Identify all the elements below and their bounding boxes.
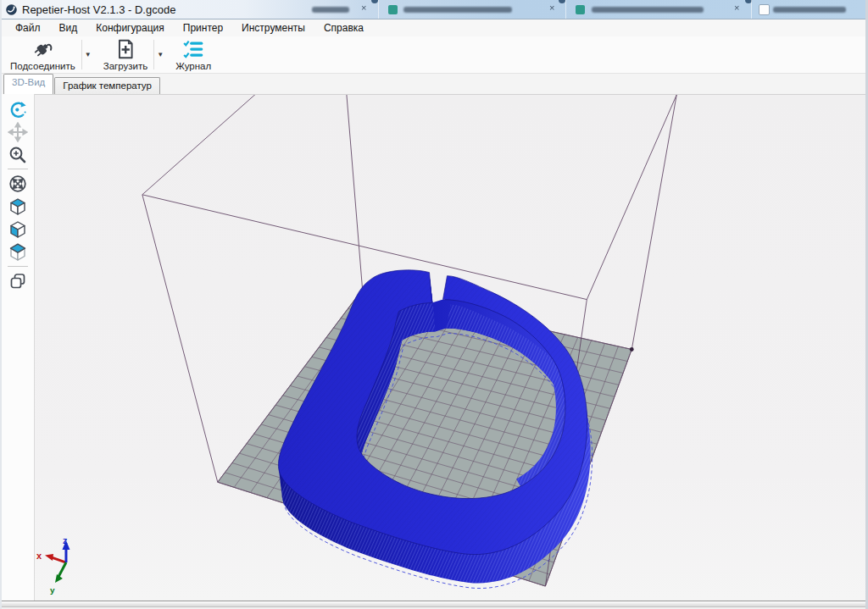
plug-icon — [31, 38, 53, 60]
menu-help[interactable]: Справка — [314, 20, 373, 36]
log-label: Журнал — [175, 61, 211, 71]
move-tool-button[interactable] — [4, 120, 31, 143]
background-tab-notch — [559, 0, 565, 3]
background-tab-close-icon: × — [549, 3, 554, 13]
background-browser-tab — [773, 7, 846, 13]
background-browser-tab — [403, 7, 512, 13]
background-tab-favicon — [759, 4, 770, 15]
front-view-button[interactable] — [4, 218, 31, 241]
rotate-icon — [8, 99, 28, 119]
fit-view-icon — [8, 174, 28, 194]
zoom-tool-button[interactable] — [4, 143, 31, 166]
3d-viewport[interactable]: x z y — [35, 94, 865, 601]
tab-3d-view[interactable]: 3D-Вид — [3, 74, 53, 94]
tabbar: 3D-Вид График температур — [2, 74, 865, 94]
magnifier-plus-icon — [8, 145, 28, 165]
fit-view-button[interactable] — [4, 172, 31, 195]
isometric-view-button[interactable] — [4, 195, 31, 218]
log-button[interactable]: Журнал — [170, 36, 216, 73]
toolbar-separator — [153, 40, 154, 69]
repetier-host-window: × × × Repetier-Host V2.1.3 - D.gcode Фай… — [0, 0, 868, 609]
background-tab-separator — [378, 0, 379, 19]
toolbar: Подсоединить ▼ Загрузить ▼ — [2, 36, 865, 74]
top-view-button[interactable] — [4, 241, 31, 263]
cube-top-icon — [8, 242, 28, 263]
axis-x-label: x — [36, 551, 42, 561]
move-icon — [8, 122, 28, 142]
titlebar: × × × Repetier-Host V2.1.3 - D.gcode — [2, 0, 865, 19]
load-button[interactable]: Загрузить — [98, 36, 153, 73]
copy-objects-icon — [8, 271, 28, 291]
load-dropdown-arrow[interactable]: ▼ — [155, 36, 165, 73]
copy-objects-button[interactable] — [4, 269, 31, 292]
sidebar-separator — [8, 169, 28, 169]
log-checklist-icon — [182, 38, 205, 60]
window-title: Repetier-Host V2.1.3 - D.gcode — [22, 3, 175, 16]
menu-tools[interactable]: Инструменты — [232, 20, 314, 36]
background-tab-close-icon: × — [361, 3, 366, 13]
background-tab-separator — [565, 0, 566, 19]
tab-temperature-graph[interactable]: График температур — [54, 77, 160, 94]
background-tab-favicon — [388, 5, 398, 14]
axis-z-label: z — [63, 535, 68, 545]
connect-label: Подсоединить — [10, 61, 75, 71]
background-browser-tab — [312, 7, 349, 13]
menubar: Файл Вид Конфигурация Принтер Инструмент… — [2, 19, 865, 36]
toolbar-separator — [81, 40, 82, 69]
bottom-splitter[interactable] — [2, 601, 865, 606]
background-tab-separator — [751, 0, 752, 19]
menu-printer[interactable]: Принтер — [174, 20, 232, 36]
rotate-tool-button[interactable] — [4, 97, 31, 120]
background-tab-close-icon: × — [734, 3, 739, 13]
menu-file[interactable]: Файл — [6, 20, 50, 36]
load-label: Загрузить — [103, 61, 148, 71]
bed-origin-dot — [630, 347, 634, 352]
connect-dropdown-arrow[interactable]: ▼ — [83, 36, 93, 73]
view-toolbar — [2, 94, 35, 601]
background-tab-favicon — [576, 5, 585, 14]
background-browser-tab — [592, 7, 704, 13]
background-tab-notch — [371, 0, 378, 3]
3d-scene[interactable]: x z y — [35, 95, 865, 601]
menu-view[interactable]: Вид — [50, 20, 87, 36]
load-file-icon — [114, 38, 136, 60]
cube-isometric-icon — [8, 197, 28, 217]
cube-front-icon — [8, 219, 28, 240]
menu-config[interactable]: Конфигурация — [86, 20, 174, 36]
app-icon — [5, 3, 18, 16]
sidebar-separator — [8, 266, 28, 267]
axis-y-label: y — [50, 585, 55, 595]
connect-button[interactable]: Подсоединить — [5, 36, 81, 73]
